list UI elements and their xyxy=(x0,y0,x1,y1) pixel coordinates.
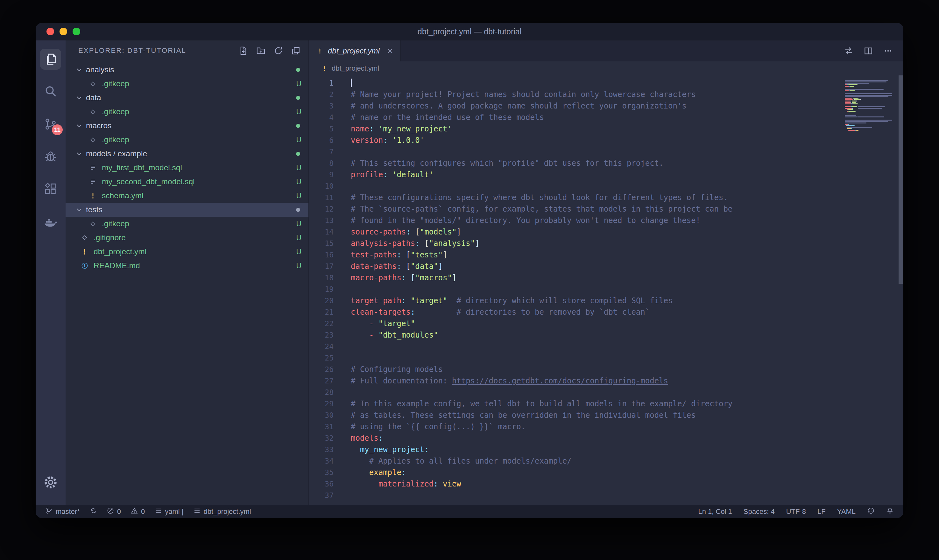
status-feedback[interactable] xyxy=(867,507,875,516)
code-line[interactable]: 5name: 'my_new_project' xyxy=(309,123,904,135)
refresh-explorer-button[interactable] xyxy=(273,46,283,56)
activity-bar-item-settings[interactable] xyxy=(35,466,66,498)
activity-bar-item-search[interactable] xyxy=(35,75,66,108)
status-git-branch[interactable]: master* xyxy=(45,507,80,516)
status-active-file-status[interactable]: dbt_project.yml xyxy=(193,507,251,516)
breadcrumb[interactable]: dbt_project.yml xyxy=(309,62,904,75)
code-line[interactable]: 33 my_new_project: xyxy=(309,444,904,455)
tree-folder-analysis[interactable]: analysis xyxy=(66,63,308,77)
tree-file-.gitignore[interactable]: .gitignoreU xyxy=(66,231,308,245)
activity-bar-item-run-debug[interactable] xyxy=(35,140,66,173)
status-problems-warnings[interactable]: 0 xyxy=(131,507,145,516)
tree-file-.gitkeep[interactable]: .gitkeepU xyxy=(66,133,308,147)
code-line[interactable]: 25 xyxy=(309,352,904,364)
code-line[interactable]: 7 xyxy=(309,146,904,157)
split-editor-button[interactable] xyxy=(863,46,873,56)
tree-folder-macros[interactable]: macros xyxy=(66,119,308,133)
status-cursor-position[interactable]: Ln 1, Col 1 xyxy=(698,508,732,516)
minimap[interactable] xyxy=(845,78,896,133)
code-line[interactable]: 2# Name your project! Project names shou… xyxy=(309,89,904,100)
code-line[interactable]: 12# The `source-paths` config, for examp… xyxy=(309,203,904,215)
code-line[interactable]: 31# using the `{{ config(...) }}` macro. xyxy=(309,421,904,432)
tree-item-label: macros xyxy=(86,121,111,130)
status-encoding[interactable]: UTF-8 xyxy=(786,508,806,516)
tree-file-my-second-dbt-model.sql[interactable]: my_second_dbt_model.sqlU xyxy=(66,175,308,189)
close-tab-icon[interactable]: × xyxy=(387,46,393,56)
code-line[interactable]: 13# found in the "models/" directory. Yo… xyxy=(309,215,904,226)
minimize-window-button[interactable] xyxy=(60,28,67,35)
code-line[interactable]: 3# and underscores. A good package name … xyxy=(309,100,904,112)
status-eol-label: LF xyxy=(817,508,826,516)
open-changes-button[interactable] xyxy=(844,46,854,56)
line-number: 29 xyxy=(309,398,334,409)
code-line[interactable]: 18macro-paths: ["macros"] xyxy=(309,272,904,283)
activity-bar-item-source-control[interactable]: 11 xyxy=(35,108,66,140)
code-line[interactable]: 28 xyxy=(309,386,904,398)
code-line[interactable]: 4# name or the intended use of these mod… xyxy=(309,112,904,123)
tree-file-readme.md[interactable]: README.mdU xyxy=(66,259,308,273)
tree-folder-tests[interactable]: tests xyxy=(66,203,308,217)
activity-bar-item-explorer[interactable] xyxy=(35,43,66,75)
tree-item-label: analysis xyxy=(86,65,114,74)
more-actions-button[interactable] xyxy=(883,46,893,56)
activity-bar-item-docker[interactable] xyxy=(35,205,66,238)
new-file-button[interactable] xyxy=(239,46,248,56)
code-line[interactable]: 14source-paths: ["models"] xyxy=(309,226,904,238)
code-text: # as tables. These settings can be overr… xyxy=(351,409,696,421)
code-text: - "target" xyxy=(351,318,415,329)
code-line[interactable]: 24 xyxy=(309,341,904,352)
editor-tab-dbt-project.yml[interactable]: dbt_project.yml× xyxy=(309,40,401,62)
code-line[interactable]: 6version: '1.0.0' xyxy=(309,135,904,146)
code-line[interactable]: 34 # Applies to all files under models/e… xyxy=(309,455,904,467)
tree-file-.gitkeep[interactable]: .gitkeepU xyxy=(66,217,308,231)
code-line[interactable]: 30# as tables. These settings can be ove… xyxy=(309,409,904,421)
chevron-down-icon xyxy=(75,122,83,130)
status-indentation[interactable]: Spaces: 4 xyxy=(744,508,775,516)
git-status-badge: U xyxy=(296,192,302,200)
tree-file-.gitkeep[interactable]: .gitkeepU xyxy=(66,105,308,119)
file-tree: analysis.gitkeepUdata.gitkeepUmacros.git… xyxy=(66,61,308,273)
line-number: 4 xyxy=(309,112,334,123)
code-line[interactable]: 9profile: 'default' xyxy=(309,169,904,180)
tree-file-dbt-project.yml[interactable]: dbt_project.ymlU xyxy=(66,245,308,259)
code-line[interactable]: 37 xyxy=(309,490,904,501)
code-line[interactable]: 1 xyxy=(309,77,904,89)
code-line[interactable]: 22 - "target" xyxy=(309,318,904,329)
code-line[interactable]: 36 materialized: view xyxy=(309,478,904,490)
status-problems-errors[interactable]: 0 xyxy=(107,507,121,516)
editor-scrollbar[interactable] xyxy=(899,75,904,284)
code-line[interactable]: 8# This setting configures which "profil… xyxy=(309,157,904,169)
code-line[interactable]: 29# In this example config, we tell dbt … xyxy=(309,398,904,409)
tree-file-my-first-dbt-model.sql[interactable]: my_first_dbt_model.sqlU xyxy=(66,161,308,175)
code-line[interactable]: 15analysis-paths: ["analysis"] xyxy=(309,238,904,249)
status-sync-changes[interactable] xyxy=(89,507,97,516)
code-line[interactable]: 11# These configurations specify where d… xyxy=(309,192,904,203)
code-editor[interactable]: 12# Name your project! Project names sho… xyxy=(309,75,904,505)
code-line[interactable]: 20target-path: "target" # directory whic… xyxy=(309,295,904,306)
code-line[interactable]: 16test-paths: ["tests"] xyxy=(309,249,904,261)
git-icon xyxy=(88,80,97,88)
status-yaml-extension-status[interactable]: yaml | xyxy=(154,507,183,516)
status-eol[interactable]: LF xyxy=(817,508,826,516)
close-window-button[interactable] xyxy=(46,28,54,35)
new-folder-button[interactable] xyxy=(256,46,266,56)
tree-folder-models-example[interactable]: models / example xyxy=(66,147,308,161)
code-line[interactable]: 23 - "dbt_modules" xyxy=(309,329,904,341)
zoom-window-button[interactable] xyxy=(72,28,80,35)
code-line[interactable]: 17data-paths: ["data"] xyxy=(309,261,904,272)
code-line[interactable]: 10 xyxy=(309,180,904,192)
code-line[interactable]: 19 xyxy=(309,283,904,295)
collapse-folders-button[interactable] xyxy=(291,46,301,56)
code-line[interactable]: 21clean-targets: # directories to be rem… xyxy=(309,306,904,318)
activity-bar-item-extensions[interactable] xyxy=(35,173,66,205)
git-status-badge: U xyxy=(296,135,302,144)
tree-file-schema.yml[interactable]: schema.ymlU xyxy=(66,189,308,203)
status-language-mode[interactable]: YAML xyxy=(837,508,856,516)
code-line[interactable]: 35 example: xyxy=(309,467,904,478)
status-notifications[interactable] xyxy=(886,507,894,516)
tree-folder-data[interactable]: data xyxy=(66,91,308,105)
code-line[interactable]: 27# Full documentation: https://docs.get… xyxy=(309,375,904,386)
tree-file-.gitkeep[interactable]: .gitkeepU xyxy=(66,77,308,91)
code-line[interactable]: 32models: xyxy=(309,432,904,444)
code-line[interactable]: 26# Configuring models xyxy=(309,364,904,375)
